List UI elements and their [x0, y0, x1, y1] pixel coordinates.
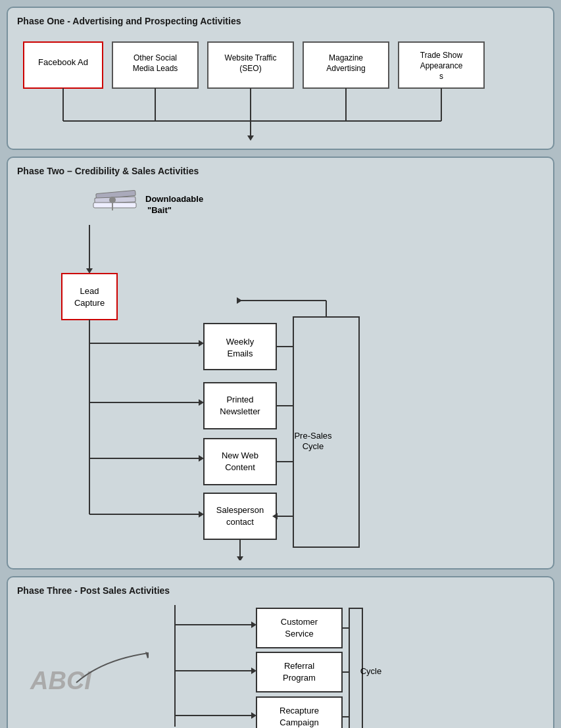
tradeshow-label-1: Trade Show: [420, 51, 463, 60]
weekly-emails-label-2: Emails: [227, 349, 253, 358]
presales-top-arrow: [237, 297, 242, 304]
weekly-emails-label-1: Weekly: [226, 337, 255, 347]
magazine-label-1: Magazine: [329, 53, 363, 62]
webcontent-label-2: Content: [225, 462, 255, 472]
tradeshow-label-2: Appearance: [420, 61, 463, 70]
website-traffic-label-2: (SEO): [239, 64, 261, 73]
cs-label-2: Service: [285, 629, 313, 639]
recap-label-1: Recapture: [280, 706, 319, 716]
salesperson-label-2: contact: [226, 517, 254, 527]
recap-label-2: Campaign: [280, 717, 318, 727]
presales-label-2: Cycle: [303, 441, 324, 451]
lead-capture-label-2: Capture: [74, 298, 105, 308]
tradeshow-label-3: s: [439, 72, 443, 81]
social-media-label-2: Media Leads: [133, 64, 178, 73]
bait-to-lc-arrow: [86, 268, 93, 274]
to-weekly-arrow: [199, 340, 204, 347]
main-diagram: Phase One - Advertising and Prospecting …: [7, 7, 554, 728]
magazine-label-2: Advertising: [326, 64, 365, 73]
to-sale-arrow: [237, 556, 243, 560]
customer-service-box: [256, 608, 342, 648]
phase-three-inner: ABCI Marketing System 2012 ABCI: [17, 605, 544, 728]
abci-text: ABCI: [30, 667, 92, 694]
webcontent-label-1: New Web: [222, 450, 258, 460]
bait-label-1: Downloadable: [145, 194, 203, 204]
to-cs-arrow: [251, 621, 256, 628]
to-recap-arrow: [251, 712, 256, 719]
newsletter-box: [204, 383, 276, 429]
newsletter-label-2: Newsletter: [220, 406, 260, 416]
to-salesperson-arrow: [199, 511, 204, 518]
newsletter-label-1: Printed: [226, 395, 253, 404]
website-traffic-label-1: Website Traffic: [225, 53, 277, 62]
weekly-emails-box: [204, 324, 276, 370]
salesperson-label-1: Salesperson: [216, 505, 264, 515]
phase-one-svg: Facebook Ad Other Social Media Leads Web…: [17, 36, 550, 141]
ref-label-2: Program: [283, 673, 316, 683]
to-webcontent-arrow: [199, 455, 204, 462]
bait-label-2: "Bait": [147, 205, 172, 215]
to-newsletter-arrow: [199, 399, 204, 406]
abci-logo-svg: ABCI: [17, 646, 149, 706]
social-media-label-1: Other Social: [134, 53, 177, 62]
person-head: [109, 197, 116, 203]
lead-capture-label-1: Lead: [80, 286, 99, 296]
paper-1: [93, 203, 136, 208]
to-ref-arrow: [251, 667, 256, 674]
referral-box: [256, 652, 342, 692]
phase-two-title: Phase Two – Credibility & Sales Activiti…: [17, 166, 544, 176]
phase-three-title: Phase Three - Post Sales Activities: [17, 585, 544, 596]
phase-three-svg: Customer Service Referral Program Recapt…: [162, 605, 524, 728]
facebook-ad-label: Facebook Ad: [38, 57, 88, 67]
salesperson-box: [204, 493, 276, 539]
cycle-label: Cycle: [360, 666, 382, 676]
down-arrow-head: [247, 135, 254, 141]
phase-two-svg: Downloadable "Bait" Lead Capture: [17, 185, 550, 560]
phase-three-left: ABCI Marketing System 2012 ABCI: [17, 605, 149, 728]
phase-one-box: Phase One - Advertising and Prospecting …: [7, 7, 554, 150]
phase-one-title: Phase One - Advertising and Prospecting …: [17, 16, 544, 26]
phase-three-right: Customer Service Referral Program Recapt…: [162, 605, 544, 728]
ref-label-1: Referral: [284, 661, 314, 671]
phase-three-box: Phase Three - Post Sales Activities ABCI…: [7, 576, 554, 728]
phase-two-box: Phase Two – Credibility & Sales Activiti…: [7, 157, 554, 570]
cs-label-1: Customer: [281, 617, 318, 627]
webcontent-box: [204, 439, 276, 485]
presales-label-1: Pre-Sales: [294, 431, 332, 441]
lead-capture-box: [62, 274, 117, 320]
